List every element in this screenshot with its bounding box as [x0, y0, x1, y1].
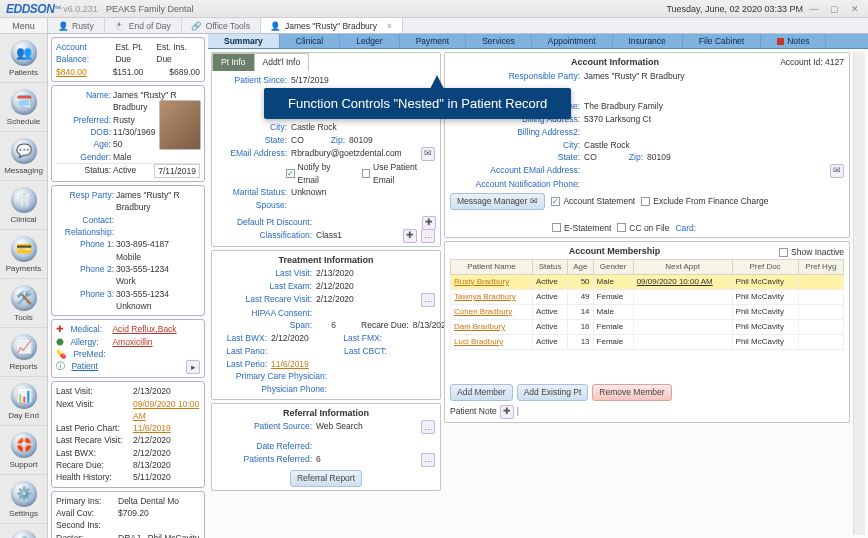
record-tab-services[interactable]: Services: [466, 34, 532, 48]
message-manager-button[interactable]: Message Manager ✉: [450, 193, 545, 210]
table-row[interactable]: Luci BradburyActive13FemalePhil McCavity: [451, 334, 844, 349]
next-visit-link[interactable]: 09/09/2020 10:00 AM: [133, 398, 200, 423]
use-patient-email-checkbox[interactable]: Use Patient Email: [362, 161, 435, 187]
tm: ™: [54, 5, 61, 12]
email-action-icon[interactable]: ✉: [421, 147, 435, 161]
balance-card: Account Balance:Est. Pt. DueEst. Ins. Du…: [51, 37, 205, 82]
member-name-link[interactable]: Rusty Bradbury: [454, 277, 509, 286]
patient-info-link[interactable]: Patient: [71, 360, 97, 374]
rail-item-lock[interactable]: 🔒Lock: [0, 524, 47, 538]
record-tab-file-cabinet[interactable]: File Cabinet: [683, 34, 761, 48]
menu-button[interactable]: Menu: [0, 18, 47, 34]
referral-report-button[interactable]: Referral Report: [290, 470, 362, 487]
e-statement-checkbox[interactable]: E-Statement: [552, 222, 611, 235]
settings-icon: ⚙️: [11, 481, 37, 507]
file-tab[interactable]: 🖱️End of Day: [105, 18, 182, 33]
remove-member-button[interactable]: Remove Member: [592, 384, 671, 401]
record-tab-payment[interactable]: Payment: [400, 34, 467, 48]
file-tab[interactable]: 👤Rusty: [48, 18, 105, 33]
record-tabs: SummaryClinicalLedgerPaymentServicesAppo…: [208, 34, 868, 49]
allergy-link[interactable]: Amoxicillin: [112, 336, 152, 348]
rail-item-support[interactable]: 🛟Support: [0, 426, 47, 475]
table-header[interactable]: Age: [568, 259, 593, 274]
table-header[interactable]: Gender: [593, 259, 633, 274]
rail-item-schedule[interactable]: 🗓️Schedule: [0, 83, 47, 132]
add-existing-button[interactable]: Add Existing Pt: [517, 384, 589, 401]
left-rail: Menu 👥Patients🗓️Schedule💬Messaging🦷Clini…: [0, 18, 48, 538]
rail-item-messaging[interactable]: 💬Messaging: [0, 132, 47, 181]
file-tab[interactable]: 🔗Office Tools: [182, 18, 261, 33]
record-tab-appointment[interactable]: Appointment: [532, 34, 613, 48]
file-tab[interactable]: 👤James "Rusty" Bradbury×: [261, 18, 403, 33]
record-tab-insurance[interactable]: Insurance: [613, 34, 683, 48]
rail-item-day-end[interactable]: 📊Day End: [0, 377, 47, 426]
record-tab-ledger[interactable]: Ledger: [340, 34, 399, 48]
last-perio-link2[interactable]: 11/6/2019: [271, 358, 309, 371]
member-name-link[interactable]: Dani Bradbury: [454, 322, 505, 331]
tab-close-icon[interactable]: ×: [387, 21, 392, 31]
minimize-icon[interactable]: —: [807, 4, 821, 14]
record-tab-notes[interactable]: Notes: [761, 34, 826, 48]
table-header[interactable]: Pref Hyg: [798, 259, 843, 274]
table-row[interactable]: Cohen BradburyActive14MalePhil McCavity: [451, 304, 844, 319]
exclude-finance-checkbox[interactable]: Exclude From Finance Charge: [641, 195, 768, 208]
patient-photo[interactable]: [159, 100, 201, 150]
record-tab-clinical[interactable]: Clinical: [280, 34, 340, 48]
app-logo: EDDSON: [6, 2, 54, 16]
account-statement-checkbox[interactable]: ✓Account Statement: [551, 195, 635, 208]
show-inactive-checkbox[interactable]: Show Inactive: [779, 246, 844, 259]
table-row[interactable]: Tawnya BradburyActive49FemalePhil McCavi…: [451, 289, 844, 304]
notes-flag-icon: [777, 38, 784, 45]
medical-link[interactable]: Acid Reflux,Back: [112, 323, 176, 335]
notify-email-checkbox[interactable]: ✓Notify by Email: [286, 161, 349, 187]
clinical-icon: 🦷: [11, 187, 37, 213]
membership-box: Account MembershipShow Inactive Patient …: [444, 241, 850, 422]
callout-arrow-icon: [430, 75, 444, 89]
rail-item-patients[interactable]: 👥Patients: [0, 34, 47, 83]
recare-more-icon[interactable]: …: [421, 293, 435, 307]
member-name-link[interactable]: Cohen Bradbury: [454, 307, 512, 316]
record-tab-summary[interactable]: Summary: [208, 34, 280, 48]
add-member-button[interactable]: Add Member: [450, 384, 513, 401]
table-header[interactable]: Patient Name: [451, 259, 533, 274]
class-more-icon[interactable]: …: [421, 229, 435, 243]
ptinfo-tab[interactable]: Pt Info: [212, 53, 255, 71]
titlebar: EDDSON™ v6.0.231 PEAKS Family Dental Tue…: [0, 0, 868, 18]
rail-item-reports[interactable]: 📈Reports: [0, 328, 47, 377]
addtl-info-tab[interactable]: Addt'l Info: [254, 53, 310, 71]
tools-icon: 🛠️: [11, 285, 37, 311]
expand-alerts-icon[interactable]: ▸: [186, 360, 200, 374]
table-row[interactable]: Rusty BradburyActive50Male09/09/2020 10:…: [451, 274, 844, 289]
table-header[interactable]: Pref Doc: [732, 259, 798, 274]
maximize-icon[interactable]: ▢: [827, 4, 841, 14]
alerts-card: ✚ Medical:Acid Reflux,Back ⬣ Allergy:Amo…: [51, 319, 205, 378]
ptinfo-box: Pt InfoAddt'l Info Patient Since:5/17/20…: [211, 52, 441, 247]
rail-item-tools[interactable]: 🛠️Tools: [0, 279, 47, 328]
discount-add-icon[interactable]: ✚: [422, 216, 436, 230]
table-header[interactable]: Status: [532, 259, 567, 274]
vertical-scrollbar[interactable]: [853, 52, 865, 535]
acct-email-icon[interactable]: ✉: [830, 164, 844, 178]
table-header[interactable]: Next Appt: [633, 259, 732, 274]
member-name-link[interactable]: Tawnya Bradbury: [454, 292, 516, 301]
envelope-icon: ✉: [530, 195, 538, 208]
class-add-icon[interactable]: ✚: [403, 229, 417, 243]
cc-on-file-checkbox[interactable]: CC on File: [617, 222, 669, 235]
ref-pts-more-icon[interactable]: …: [421, 453, 435, 467]
messaging-icon: 💬: [11, 138, 37, 164]
tab-icon: 👤: [271, 21, 281, 31]
rail-item-settings[interactable]: ⚙️Settings: [0, 475, 47, 524]
rail-item-payments[interactable]: 💳Payments: [0, 230, 47, 279]
balance-amount: $840.00: [56, 66, 87, 78]
patient-panel: Account Balance:Est. Pt. DueEst. Ins. Du…: [48, 34, 208, 538]
note-add-icon[interactable]: ✚: [500, 405, 514, 419]
lock-icon: 🔒: [11, 530, 37, 539]
member-name-link[interactable]: Luci Bradbury: [454, 337, 503, 346]
close-icon[interactable]: ✕: [848, 4, 862, 14]
annotation-callout: Function Controls "Nested" in Patient Re…: [264, 88, 571, 119]
rail-item-clinical[interactable]: 🦷Clinical: [0, 181, 47, 230]
last-perio-link[interactable]: 11/6/2019: [133, 422, 171, 434]
file-tabbar: 👤Rusty🖱️End of Day🔗Office Tools👤James "R…: [48, 18, 868, 34]
table-row[interactable]: Dani BradburyActive16FemalePhil McCavity: [451, 319, 844, 334]
ref-source-more-icon[interactable]: …: [421, 420, 435, 434]
